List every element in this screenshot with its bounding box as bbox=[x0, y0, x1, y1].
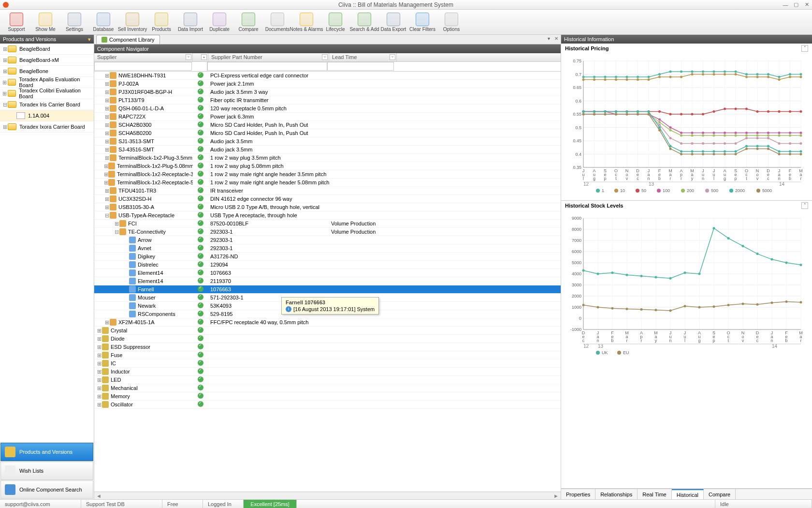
ribbon-sell-inventory[interactable]: Sell Inventory bbox=[118, 11, 147, 33]
expand-icon[interactable]: ⊞ bbox=[104, 73, 110, 79]
grid-row[interactable]: ⊞PJ-002APower jack 2.1mm bbox=[94, 80, 561, 88]
grid-row[interactable]: ⊞TerminalBlock-1x2-Plug-5.08mm1 row 2 wa… bbox=[94, 162, 561, 170]
grid-row[interactable]: ⊞SJ-43516-SMTAudio jack 3.5mm bbox=[94, 146, 561, 154]
ribbon-show-me[interactable]: Show Me bbox=[31, 11, 60, 33]
expand-icon[interactable]: ⊞ bbox=[104, 155, 110, 161]
ribbon-documents[interactable]: Documents bbox=[263, 11, 292, 33]
grid-row[interactable]: ⊞TerminalBlock-1x2-Receptacle-5....1 row… bbox=[94, 179, 561, 187]
col-part-number[interactable]: Supplier Part Number▿ bbox=[208, 53, 329, 61]
tab-relationships[interactable]: Relationships bbox=[595, 489, 638, 499]
expand-icon[interactable]: ⊞ bbox=[2, 79, 8, 86]
expand-icon[interactable]: ⊞ bbox=[104, 138, 110, 145]
expand-icon[interactable]: ⊞ bbox=[104, 188, 110, 194]
expand-icon[interactable]: ⊞ bbox=[96, 344, 102, 350]
expand-icon[interactable]: ⊞ bbox=[104, 147, 110, 153]
ribbon-data-export[interactable]: Data Export bbox=[379, 11, 408, 33]
ribbon-data-import[interactable]: Data Import bbox=[176, 11, 205, 33]
tab-compare[interactable]: Compare bbox=[704, 489, 736, 499]
grid-row[interactable]: ⊞SCHA2B0300Micro SD Card Holder, Push In… bbox=[94, 121, 561, 129]
expand-icon[interactable]: ⊟ bbox=[114, 229, 119, 235]
expand-icon[interactable]: ⊞ bbox=[96, 352, 102, 359]
ribbon-support[interactable]: Support bbox=[2, 11, 31, 33]
filter-icon[interactable]: ▿ bbox=[186, 54, 191, 60]
maximize-button[interactable]: ▢ bbox=[791, 1, 801, 8]
col-supplier[interactable]: Supplier▿ bbox=[94, 53, 193, 61]
products-tree[interactable]: ⊞BeagleBoard⊞BeagleBoard-xM⊞BeagleBone⊞T… bbox=[0, 44, 94, 442]
ribbon-search-add[interactable]: Search & Add bbox=[350, 11, 379, 33]
tree-version-item[interactable]: 1.1A.004 bbox=[0, 110, 94, 121]
grid-row[interactable]: ⊟TE-Connectivity292303-1Volume Productio… bbox=[94, 228, 561, 236]
grid-row[interactable]: Distrelec129094 bbox=[94, 261, 561, 269]
grid-row[interactable]: ⊞Oscillator bbox=[94, 401, 561, 409]
expand-icon[interactable]: ⊞ bbox=[104, 97, 110, 104]
grid-row[interactable]: Element142119370 bbox=[94, 277, 561, 285]
minimize-button[interactable]: — bbox=[780, 2, 791, 8]
tab-component-library[interactable]: Component Library bbox=[96, 35, 160, 44]
grid-row[interactable]: Element141076663 bbox=[94, 269, 561, 277]
filter-supplier[interactable] bbox=[94, 62, 192, 71]
expand-icon[interactable]: ⊞ bbox=[104, 81, 110, 87]
collapse-icon[interactable]: ˄ bbox=[801, 45, 808, 52]
ribbon-options[interactable]: Options bbox=[437, 11, 466, 33]
grid-row[interactable]: ⊞LED bbox=[94, 376, 561, 384]
filter-lead-time[interactable] bbox=[327, 62, 394, 71]
filter-part-number[interactable] bbox=[207, 62, 327, 71]
grid-row[interactable]: ⊞SJ1-3513-SMTAudio jack 3.5mm bbox=[94, 137, 561, 146]
expand-icon[interactable]: ⊞ bbox=[96, 369, 102, 375]
grid-row[interactable]: ⊞Fuse bbox=[94, 351, 561, 359]
grid-row[interactable]: ⊞UC3X32SD-HDIN 41612 edge connector 96 w… bbox=[94, 195, 561, 203]
collapse-icon[interactable]: ˄ bbox=[801, 202, 808, 209]
grid-row[interactable]: DigikeyA31726-ND bbox=[94, 253, 561, 261]
expand-icon[interactable]: ⊞ bbox=[104, 105, 110, 112]
horizontal-scrollbar[interactable]: ◄► bbox=[94, 492, 561, 499]
grid-row[interactable]: ⊞Memory bbox=[94, 392, 561, 401]
grid-row[interactable]: ⊞IC bbox=[94, 359, 561, 368]
grid-row[interactable]: ⊞NWE18DHHN-T931PCI-Express vertical edge… bbox=[94, 72, 561, 80]
grid-row[interactable]: ⊞TFDU4101-TR3IR transceiver bbox=[94, 187, 561, 195]
filter-icon[interactable]: ▿ bbox=[390, 54, 395, 60]
expand-icon[interactable]: ⊞ bbox=[104, 319, 110, 326]
expand-icon[interactable]: ⊞ bbox=[96, 393, 102, 400]
grid-row[interactable]: ⊞Mechanical bbox=[94, 384, 561, 392]
tree-item[interactable]: ⊞Toradex Colibri Evaluation Board bbox=[0, 88, 94, 99]
expand-icon[interactable]: ⊟ bbox=[2, 102, 8, 108]
grid-row[interactable]: ⊞Crystal bbox=[94, 327, 561, 335]
expand-icon[interactable]: ⊞ bbox=[2, 46, 8, 52]
ribbon-database[interactable]: Database bbox=[89, 11, 118, 33]
expand-icon[interactable]: ⊞ bbox=[104, 196, 110, 202]
grid-row[interactable]: ⊞RAPC722XPower jack 6.3mm bbox=[94, 113, 561, 121]
expand-icon[interactable]: ⊞ bbox=[104, 179, 108, 186]
expand-icon[interactable]: ⊞ bbox=[104, 171, 108, 178]
expand-icon[interactable]: ⊞ bbox=[104, 163, 108, 169]
tree-item[interactable]: ⊞Toradex Ixora Carrier Board bbox=[0, 121, 94, 133]
ribbon-settings[interactable]: Settings bbox=[60, 11, 89, 33]
expand-icon[interactable]: ⊞ bbox=[2, 68, 8, 75]
tree-item[interactable]: ⊞BeagleBoard-xM bbox=[0, 55, 94, 66]
expand-icon[interactable]: ⊞ bbox=[96, 328, 102, 334]
grid-row[interactable]: Avnet292303-1 bbox=[94, 244, 561, 253]
grid-row[interactable]: ⊞TerminalBlock-1x2-Receptacle-3....1 row… bbox=[94, 170, 561, 179]
expand-icon[interactable]: ⊞ bbox=[2, 124, 8, 130]
expand-icon[interactable]: ⊞ bbox=[2, 90, 8, 97]
expand-icon[interactable]: ⊞ bbox=[96, 336, 102, 342]
ribbon-notes-alarms[interactable]: Notes & Alarms bbox=[292, 11, 321, 33]
tree-item[interactable]: ⊞BeagleBone bbox=[0, 66, 94, 77]
grid-row[interactable]: ⊞QSH-060-01-L-D-A120 way receptacle 0.5m… bbox=[94, 105, 561, 113]
pane-menu-icon[interactable]: ▾ bbox=[88, 36, 91, 43]
tab-historical[interactable]: Historical bbox=[672, 489, 704, 499]
sort-icon[interactable]: ▴ bbox=[201, 54, 207, 60]
tab-close-icon[interactable]: ✕ bbox=[553, 36, 560, 43]
expand-icon[interactable]: ⊞ bbox=[96, 385, 102, 391]
grid-row[interactable]: ⊞PLT133/T9Fiber optic IR transmitter bbox=[94, 96, 561, 105]
expand-icon[interactable]: ⊞ bbox=[96, 402, 102, 408]
nav-online-component-search[interactable]: Online Component Search bbox=[0, 480, 93, 499]
grid-row[interactable]: ⊞TerminalBlock-1x2-Plug-3.5mm1 row 2 way… bbox=[94, 154, 561, 162]
grid-row[interactable]: ⊞USB3105-30-AMicro USB 2.0 Type A/B, thr… bbox=[94, 203, 561, 211]
expand-icon[interactable]: ⊟ bbox=[104, 212, 110, 219]
component-grid[interactable]: ⊞NWE18DHHN-T931PCI-Express vertical edge… bbox=[94, 72, 561, 492]
expand-icon[interactable]: ⊞ bbox=[96, 377, 102, 383]
expand-icon[interactable]: ⊞ bbox=[104, 114, 110, 120]
grid-row[interactable]: ⊟USB-TypeA-ReceptacleUSB Type A receptac… bbox=[94, 211, 561, 220]
grid-row[interactable]: ⊞ESD Suppressor bbox=[94, 343, 561, 351]
grid-row[interactable]: ⊞FCI87520-0010BLFVolume Production bbox=[94, 220, 561, 228]
